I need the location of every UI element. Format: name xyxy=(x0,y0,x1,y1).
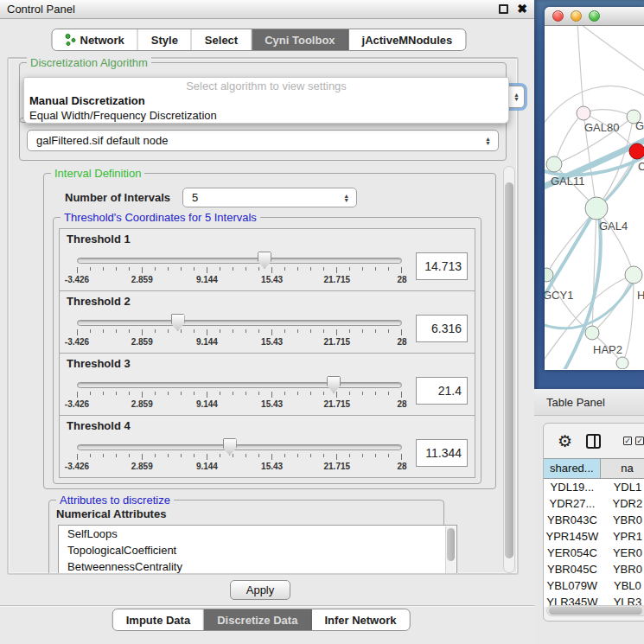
tab-label: Infer Network xyxy=(324,614,396,627)
threshold-coordinates-title: Threshold's Coordinates for 5 Intervals xyxy=(61,211,260,224)
slider-track[interactable] xyxy=(77,258,402,264)
scale-tick-label: 2.859 xyxy=(131,399,153,409)
network-node[interactable] xyxy=(577,106,590,120)
settings-scrollbar[interactable] xyxy=(503,166,515,573)
scale-tick-label: 15.43 xyxy=(261,462,283,471)
close-icon[interactable]: ✖ xyxy=(517,4,527,14)
algorithm-dropdown-popup: Select algorithm to view settings Manual… xyxy=(23,77,509,124)
close-traffic-light[interactable] xyxy=(552,10,564,22)
network-canvas[interactable]: GAL80GACGAL11GAL4GCY1HHAP2 xyxy=(545,26,644,369)
table-cell: YPR145W xyxy=(544,528,601,545)
numerical-attributes-list[interactable]: SelfLoopsTopologicalCoefficientBetweenne… xyxy=(58,525,457,573)
table-panel-header: Table Panel xyxy=(534,389,644,416)
table-cell: YBR0 xyxy=(601,512,644,528)
table-panel-title: Table Panel xyxy=(546,396,605,409)
attributes-group: Attributes to discretize Numerical Attri… xyxy=(48,500,444,573)
threshold-slider[interactable]: -3.4262.8599.14415.4321.71528 xyxy=(77,247,402,285)
column-header[interactable]: shared... xyxy=(544,459,601,479)
table-data-combobox[interactable]: galFiltered.sif default node ▲▼ xyxy=(27,130,499,151)
scale-tick-label: 28 xyxy=(397,399,406,409)
combo-arrows-icon: ▲▼ xyxy=(513,92,520,101)
tab-label: Cyni Toolbox xyxy=(265,34,335,47)
float-icon[interactable] xyxy=(499,4,508,14)
table-cell: YDR27... xyxy=(544,495,601,512)
interval-definition-group: Interval Definition Number of Intervals … xyxy=(43,173,496,489)
attribute-list-item[interactable]: TopologicalCoefficient xyxy=(59,542,456,558)
network-node[interactable] xyxy=(629,143,644,159)
table-rows: YDL19...YDL1YDR27...YDR2YBR043CYBR0YPR14… xyxy=(544,479,644,607)
table-horizontal-scrollbar[interactable] xyxy=(546,605,644,616)
network-node[interactable] xyxy=(546,156,562,172)
threshold-value-field[interactable]: 6.316 xyxy=(416,315,468,342)
slider-handle[interactable] xyxy=(223,438,237,456)
checkbox-icon[interactable]: ✓ xyxy=(623,437,632,445)
table-row[interactable]: YER054CYER0 xyxy=(544,545,644,561)
network-node[interactable] xyxy=(585,197,608,220)
threshold-value-field[interactable]: 11.344 xyxy=(416,439,468,467)
tab-impute-data[interactable]: Impute Data xyxy=(113,609,204,630)
threshold-slider[interactable]: -3.4262.8599.14415.4321.71528 xyxy=(77,372,402,410)
slider-track[interactable] xyxy=(77,382,402,388)
slider-handle[interactable] xyxy=(258,252,271,269)
split-columns-icon[interactable] xyxy=(586,434,601,449)
combo-arrows-icon: ▲▼ xyxy=(343,194,349,202)
gear-icon[interactable]: ⚙ xyxy=(558,433,572,450)
table-row[interactable]: YDR27...YDR2 xyxy=(544,495,644,512)
number-of-intervals-label: Number of Intervals xyxy=(65,191,170,204)
slider-scale-labels: -3.4262.8599.14415.4321.71528 xyxy=(77,399,402,410)
scale-tick-label: 21.715 xyxy=(324,399,351,409)
attributes-list-scrollbar[interactable] xyxy=(445,526,456,573)
threshold-value-field[interactable]: 21.4 xyxy=(416,377,468,405)
tab-jactivemnodules[interactable]: jActiveMNodules xyxy=(349,29,466,50)
number-of-intervals-combobox[interactable]: 5 ▲▼ xyxy=(182,188,357,207)
slider-track[interactable] xyxy=(77,444,402,450)
slider-track[interactable] xyxy=(77,320,402,326)
column-header[interactable]: na xyxy=(601,459,644,479)
scale-tick-label: -3.426 xyxy=(65,337,89,347)
zoom-traffic-light[interactable] xyxy=(589,10,600,22)
table-row[interactable]: YPR145WYPR1 xyxy=(544,528,644,545)
slider-handle[interactable] xyxy=(327,376,341,393)
slider-scale-labels: -3.4262.8599.14415.4321.71528 xyxy=(77,462,402,472)
table-row[interactable]: YDL19...YDL1 xyxy=(544,479,644,495)
slider-handle[interactable] xyxy=(171,314,185,331)
threshold-label: Threshold 1 xyxy=(67,233,468,245)
threshold-value-field[interactable]: 14.713 xyxy=(416,252,468,280)
threshold-slider[interactable]: -3.4262.8599.14415.4321.71528 xyxy=(77,434,402,472)
minimize-traffic-light[interactable] xyxy=(571,10,582,22)
threshold-coordinates-group: Threshold's Coordinates for 5 Intervals … xyxy=(53,217,481,484)
apply-button[interactable]: Apply xyxy=(230,580,290,600)
dropdown-option[interactable]: Manual Discretization xyxy=(24,93,508,108)
network-icon xyxy=(65,34,75,46)
network-node[interactable] xyxy=(625,266,642,284)
scale-tick-label: 21.715 xyxy=(324,275,351,284)
table-row[interactable]: YBR045CYBR0 xyxy=(544,561,644,577)
network-edge xyxy=(577,26,644,73)
scale-tick-label: 9.144 xyxy=(196,462,218,471)
tab-network[interactable]: Network xyxy=(52,29,137,50)
attribute-list-item[interactable]: BetweennessCentrality xyxy=(59,558,456,573)
tab-style[interactable]: Style xyxy=(138,29,192,50)
table-header-row: shared...na xyxy=(544,459,644,479)
settings-panel: Discretization Algorithm ▲▼ Select algor… xyxy=(7,57,519,575)
network-node-label: C xyxy=(638,160,644,173)
tab-select[interactable]: Select xyxy=(192,29,252,50)
checkbox-icon[interactable]: ✓ xyxy=(635,437,644,445)
network-node[interactable] xyxy=(616,357,628,369)
table-data-value: galFiltered.sif default node xyxy=(36,134,168,147)
table-row[interactable]: YBL079WYBL0 xyxy=(544,577,644,594)
dropdown-option[interactable]: Equal Width/Frequency Discretization xyxy=(24,108,508,123)
network-node[interactable] xyxy=(585,326,599,340)
tab-discretize-data[interactable]: Discretize Data xyxy=(204,609,311,630)
settings-scroll-area: Interval Definition Number of Intervals … xyxy=(14,166,501,573)
table-toolbar: ⚙ ✓ ✓ xyxy=(544,424,644,458)
attribute-list-item[interactable]: SelfLoops xyxy=(59,526,456,542)
network-node-label: GAL80 xyxy=(584,121,619,134)
tab-infer-network[interactable]: Infer Network xyxy=(311,609,409,630)
table-row[interactable]: YBR043CYBR0 xyxy=(544,512,644,528)
tab-cyni-toolbox[interactable]: Cyni Toolbox xyxy=(252,29,348,50)
threshold-slider[interactable]: -3.4262.8599.14415.4321.71528 xyxy=(77,309,402,348)
table-cell: YBL0 xyxy=(601,577,644,594)
network-edge xyxy=(577,26,583,113)
tab-label: Discretize Data xyxy=(217,614,297,627)
